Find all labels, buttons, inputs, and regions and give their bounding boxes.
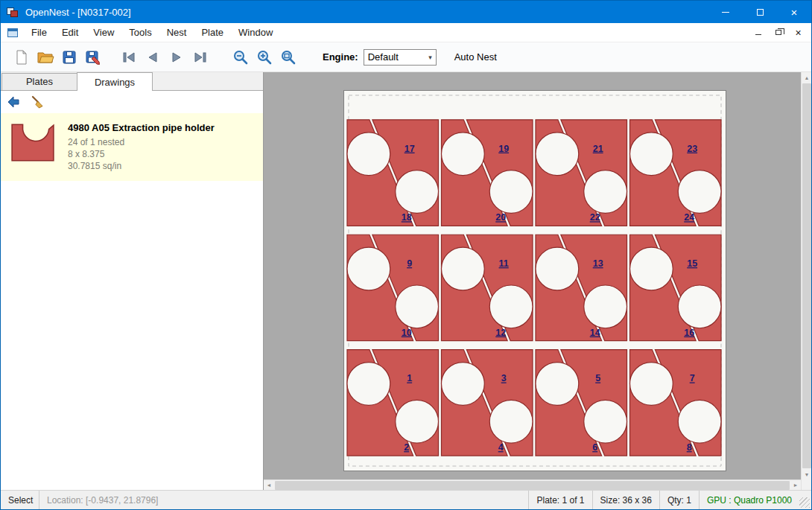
part-number: 15 (687, 258, 697, 269)
sidebar: Plates Drawings (1, 72, 264, 490)
circle-cutout (489, 400, 533, 443)
circle-cutout (630, 133, 673, 176)
scroll-left-icon[interactable]: ◄ (264, 480, 274, 491)
drawing-list-item[interactable]: 4980 A05 Extraction pipe holder 24 of 1 … (1, 113, 263, 181)
open-folder-icon (37, 49, 54, 66)
next-plate-button[interactable] (165, 45, 188, 69)
nest-pair[interactable]: 1112 (441, 235, 533, 340)
status-size: Size: 36 x 36 (592, 491, 659, 509)
part-number: 9 (407, 258, 412, 269)
drawings-toolbar (1, 91, 263, 113)
close-button[interactable]: × (777, 1, 811, 23)
engine-select[interactable]: Default ▾ (364, 49, 437, 66)
previous-plate-button[interactable] (141, 45, 165, 69)
nest-pair[interactable]: 12 (347, 350, 439, 456)
maximize-button[interactable] (743, 1, 777, 23)
part-number: 16 (684, 328, 694, 338)
tab-drawings[interactable]: Drawings (77, 72, 153, 91)
titlebar[interactable]: OpenNest - [N0317-002] × (1, 1, 811, 23)
app-logo-icon (7, 6, 19, 18)
scroll-down-icon[interactable]: ▼ (802, 469, 812, 479)
engine-value: Default (368, 51, 399, 63)
save-as-button[interactable] (81, 45, 105, 69)
auto-nest-button[interactable]: Auto Nest (454, 51, 497, 63)
main-area: Plates Drawings (1, 72, 811, 490)
go-first-icon (121, 49, 137, 66)
part-number: 6 (592, 442, 597, 453)
scroll-up-icon[interactable]: ▲ (802, 72, 812, 83)
nest-pair[interactable]: 34 (441, 350, 533, 456)
part-number: 21 (593, 144, 603, 154)
zoom-fit-button[interactable] (276, 45, 300, 69)
menu-item-file[interactable]: File (24, 23, 54, 42)
vertical-scroll-thumb[interactable] (802, 83, 811, 468)
last-plate-button[interactable] (188, 45, 212, 69)
nest-pair[interactable]: 2122 (536, 120, 627, 226)
scroll-right-icon[interactable]: ► (790, 480, 801, 491)
zoom-out-button[interactable] (229, 45, 253, 69)
menu-item-window[interactable]: Window (231, 23, 280, 42)
menu-item-edit[interactable]: Edit (54, 23, 86, 42)
part-thumbnail (10, 121, 56, 172)
nest-pair[interactable]: 1314 (536, 235, 627, 340)
go-next-icon (168, 49, 185, 66)
circle-cutout (347, 247, 390, 290)
part-number: 20 (495, 212, 506, 223)
mdi-close-button[interactable]: × (788, 25, 808, 41)
resize-grip-icon[interactable] (799, 497, 810, 508)
part-area: 30.7815 sq/in (68, 160, 215, 172)
plate[interactable]: 171819202122232491011121314151612345678 (343, 90, 726, 471)
nest-pair[interactable]: 78 (630, 350, 722, 456)
zoom-in-icon (256, 49, 273, 66)
part-number: 22 (590, 212, 600, 223)
broom-icon (30, 95, 45, 109)
import-drawing-button[interactable] (4, 93, 23, 111)
new-button[interactable] (10, 45, 34, 69)
part-number: 12 (495, 328, 506, 338)
tab-plates[interactable]: Plates (1, 73, 77, 90)
circle-cutout (396, 400, 439, 443)
circle-cutout (584, 400, 627, 443)
mdi-minimize-button[interactable] (748, 25, 768, 41)
nest-pair[interactable]: 1718 (347, 120, 439, 226)
clean-button[interactable] (28, 93, 47, 111)
engine-label: Engine: (323, 51, 358, 63)
part-number: 13 (593, 258, 603, 269)
scrollbar-corner (802, 479, 811, 490)
circle-cutout (347, 363, 390, 406)
mdi-minimize-icon (755, 34, 761, 35)
part-number: 24 (684, 212, 694, 223)
part-number: 7 (690, 373, 695, 383)
circle-cutout (536, 133, 579, 176)
circle-cutout (678, 285, 721, 328)
nest-canvas[interactable]: 171819202122232491011121314151612345678 (264, 72, 801, 479)
nest-pair[interactable]: 56 (536, 350, 627, 456)
save-button[interactable] (57, 45, 81, 69)
plate-svg[interactable]: 171819202122232491011121314151612345678 (343, 90, 726, 471)
menu-item-tools[interactable]: Tools (121, 23, 159, 42)
main-toolbar: Engine: Default ▾ Auto Nest (1, 42, 811, 72)
document-icon[interactable] (7, 28, 18, 37)
vertical-scrollbar[interactable]: ▲ ▼ (801, 72, 811, 490)
part-number: 10 (402, 328, 412, 338)
part-number: 23 (687, 144, 697, 154)
horizontal-scroll-thumb[interactable] (275, 481, 790, 490)
minimize-button[interactable] (708, 1, 743, 23)
first-plate-button[interactable] (117, 45, 141, 69)
part-number: 8 (687, 442, 692, 453)
menu-item-view[interactable]: View (86, 23, 121, 42)
menu-item-nest[interactable]: Nest (159, 23, 194, 42)
nest-pair[interactable]: 1920 (441, 120, 533, 226)
open-button[interactable] (34, 45, 57, 69)
nest-pair[interactable]: 910 (347, 235, 439, 340)
zoom-in-button[interactable] (253, 45, 276, 69)
nest-pair[interactable]: 2324 (630, 120, 722, 226)
menu-item-plate[interactable]: Plate (194, 23, 231, 42)
part-number: 5 (595, 373, 600, 383)
mdi-restore-button[interactable] (768, 25, 788, 41)
circle-cutout (678, 400, 721, 443)
part-number: 11 (499, 258, 509, 269)
horizontal-scrollbar[interactable]: ◄ ► (264, 479, 801, 490)
circle-cutout (489, 285, 533, 328)
nest-pair[interactable]: 1516 (630, 235, 722, 340)
